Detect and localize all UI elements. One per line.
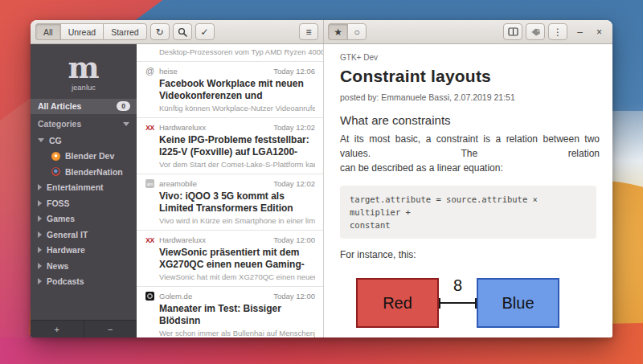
- sidebar-item-all-articles[interactable]: All Articles 0: [31, 99, 137, 114]
- item-summary: Wer schon immer als Bullenhai auf Mensch…: [159, 329, 315, 337]
- item-date: Today 12:02: [273, 179, 315, 188]
- sidebar-item-foss[interactable]: FOSS: [31, 195, 137, 211]
- expander-right-icon[interactable]: [38, 278, 42, 284]
- item-date: Today 12:00: [273, 235, 315, 244]
- chevron-down-icon: [123, 122, 129, 126]
- reader-mode-button[interactable]: [503, 23, 522, 40]
- list-item[interactable]: XXHardwareluxxToday 12:00 ViewSonic präs…: [137, 231, 323, 287]
- code-line: constant: [350, 219, 587, 231]
- feedreader-window: All Unread Starred ↻ ✓ ≡ ★ ○: [31, 20, 612, 337]
- sidebar-item-games[interactable]: Games: [31, 211, 137, 227]
- areamobile-favicon: am: [145, 179, 154, 188]
- close-button[interactable]: ×: [592, 25, 606, 39]
- paragraph-line: can be described as a linear equation:: [340, 161, 600, 175]
- category-label: Entertainment: [47, 182, 104, 192]
- tag-icon: [530, 27, 541, 37]
- item-summary: Vivo wird in Kürze ein Smartphone in ein…: [159, 216, 315, 225]
- headerbar-left-section: All Unread Starred ↻ ✓ ≡: [31, 20, 324, 43]
- sidebar-item-blender-dev[interactable]: Blender Dev: [31, 149, 137, 165]
- mark-read-button[interactable]: ✓: [195, 23, 215, 40]
- category-tree: CG Blender Dev BlenderNation Entertainme…: [31, 133, 137, 320]
- red-box-label: Red: [383, 294, 412, 313]
- list-item[interactable]: Golem.deToday 12:00 Maneater im Test: Bi…: [137, 287, 323, 337]
- article-view: GTK+ Dev Constraint layouts posted by: E…: [324, 44, 612, 337]
- sidebar-item-blendernation[interactable]: BlenderNation: [31, 164, 137, 180]
- item-date: Today 12:02: [273, 123, 315, 132]
- expander-right-icon[interactable]: [38, 184, 42, 190]
- desktop-wallpaper: All Unread Starred ↻ ✓ ≡ ★ ○: [0, 0, 643, 364]
- sidebar-item-news[interactable]: News: [31, 258, 137, 274]
- tag-button[interactable]: [526, 23, 545, 40]
- filter-starred-button[interactable]: Starred: [103, 23, 146, 40]
- list-item-partial[interactable]: Desktop-Prozessoren vom Typ AMD Ryzen 40…: [137, 44, 323, 62]
- list-item[interactable]: amareamobileToday 12:02 Vivo: iQOO 3 5G …: [137, 174, 323, 231]
- sidebar-item-cg[interactable]: CG: [31, 133, 137, 149]
- filter-all-button[interactable]: All: [35, 23, 60, 40]
- star-toggle-button[interactable]: ★: [328, 23, 347, 40]
- item-title: Vivo: iQOO 3 5G kommt als Limited Transf…: [159, 190, 315, 214]
- sidebar-item-general-it[interactable]: General IT: [31, 227, 137, 243]
- code-block: target.attribute = source.attribute × mu…: [340, 186, 596, 239]
- filter-switcher: All Unread Starred: [35, 23, 147, 40]
- article-list[interactable]: Desktop-Prozessoren vom Typ AMD Ryzen 40…: [137, 44, 324, 337]
- golem-favicon: [145, 292, 154, 301]
- minimize-button[interactable]: –: [573, 25, 587, 39]
- item-title: Keine IPG-Probleme feststellbar: I225-V …: [159, 134, 315, 157]
- kebab-icon: ⋮: [553, 27, 563, 37]
- list-menu-button[interactable]: ≡: [299, 23, 318, 40]
- category-label: News: [47, 261, 68, 271]
- connector-cap: [475, 298, 477, 309]
- expander-right-icon[interactable]: [38, 231, 42, 238]
- categories-header[interactable]: Categories: [31, 114, 137, 133]
- book-icon: [508, 27, 518, 36]
- feed-name: areamobile: [159, 179, 197, 188]
- item-summary: Vor dem Start der Comet-Lake-S-Plattform…: [159, 160, 315, 169]
- category-label: General IT: [47, 230, 88, 239]
- category-label: FOSS: [47, 198, 70, 208]
- feed-name: heise: [159, 67, 178, 76]
- expander-right-icon[interactable]: [38, 247, 42, 253]
- item-summary: ViewSonic hat mit dem XG270QC einen neue…: [159, 272, 315, 281]
- code-line: target.attribute = source.attribute × mu…: [350, 193, 587, 219]
- paragraph: For instance, this:: [340, 249, 600, 260]
- item-title: Facebook Workplace mit neuen Videokonfer…: [159, 78, 315, 101]
- headerbar: All Unread Starred ↻ ✓ ≡ ★ ○: [31, 20, 612, 44]
- hardwareluxx-favicon: XX: [145, 124, 154, 132]
- list-item[interactable]: XXHardwareluxxToday 12:02 Keine IPG-Prob…: [137, 118, 323, 174]
- add-feed-button[interactable]: +: [31, 321, 84, 337]
- list-item[interactable]: @heiseToday 12:06 Facebook Workplace mit…: [137, 62, 323, 118]
- expander-down-icon[interactable]: [38, 138, 44, 142]
- unread-toggle-button[interactable]: ○: [347, 23, 367, 40]
- blue-box: Blue: [477, 278, 559, 328]
- item-summary: Künftig können Workplace-Nutzer Videoanr…: [159, 104, 315, 112]
- feed-label: Blender Dev: [65, 151, 114, 161]
- sidebar-footer: + −: [31, 320, 137, 337]
- app-logo: m jeanluc: [31, 44, 137, 99]
- hardwareluxx-favicon: XX: [145, 236, 154, 244]
- remove-feed-button[interactable]: −: [84, 321, 137, 337]
- expander-right-icon[interactable]: [38, 263, 42, 269]
- refresh-button[interactable]: ↻: [150, 23, 170, 40]
- filter-unread-button[interactable]: Unread: [60, 23, 103, 40]
- category-label: Hardware: [47, 245, 85, 255]
- expander-right-icon[interactable]: [38, 215, 42, 222]
- item-title: ViewSonic präsentiert mit dem XG270QC ei…: [159, 247, 315, 270]
- section-heading: What are constraints: [340, 113, 600, 127]
- circle-icon: ○: [354, 27, 359, 37]
- sidebar-item-entertainment[interactable]: Entertainment: [31, 180, 137, 196]
- minimize-icon: –: [577, 27, 583, 38]
- search-button[interactable]: [173, 23, 192, 40]
- item-date: Today 12:00: [273, 292, 315, 301]
- app-menu-button[interactable]: ⋮: [548, 23, 567, 40]
- constraint-connector: 8: [439, 278, 477, 328]
- blue-box-label: Blue: [502, 294, 534, 313]
- check-icon: ✓: [201, 27, 209, 37]
- expander-right-icon[interactable]: [38, 200, 42, 207]
- article-title: Constraint layouts: [340, 67, 600, 86]
- heise-favicon: @: [145, 67, 154, 76]
- sidebar-item-hardware[interactable]: Hardware: [31, 243, 137, 259]
- article-byline: posted by: Emmanuele Bassi, 2.07.2019 21…: [340, 92, 600, 102]
- category-label: Games: [47, 214, 75, 223]
- sidebar-item-podcasts[interactable]: Podcasts: [31, 274, 137, 290]
- blender-icon: [51, 152, 60, 161]
